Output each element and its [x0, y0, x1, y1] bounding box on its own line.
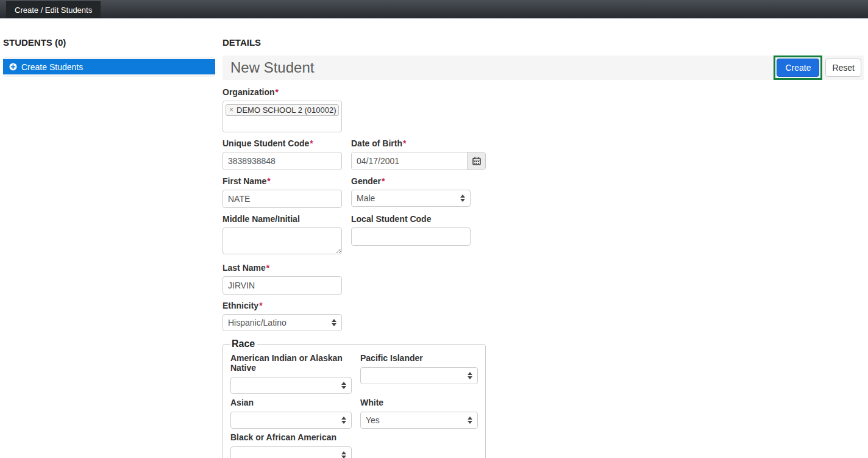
- top-navigation-bar: Create / Edit Students: [0, 0, 868, 19]
- race-asian-select[interactable]: [230, 412, 352, 429]
- required-asterisk: *: [276, 87, 279, 97]
- organization-tag-label: DEMO SCHOOL 2 (010002): [237, 106, 336, 115]
- select-arrows-icon: [460, 195, 465, 202]
- students-list-panel: Create Students: [3, 57, 215, 77]
- select-arrows-icon: [341, 382, 346, 389]
- race-fieldset: Race American Indian or Alaskan Native P…: [222, 338, 486, 458]
- new-student-form: Organization* × DEMO SCHOOL 2 (010002) U…: [222, 87, 864, 458]
- date-of-birth-group: [351, 152, 486, 170]
- details-section: DETAILS New Student Create Reset Organiz…: [222, 37, 864, 458]
- select-arrows-icon: [468, 417, 472, 424]
- ethnicity-select[interactable]: Hispanic/Latino: [222, 314, 342, 331]
- required-asterisk: *: [310, 138, 313, 148]
- race-pacific-islander-label: Pacific Islander: [360, 353, 478, 363]
- race-american-indian-select[interactable]: [230, 377, 352, 394]
- calendar-button[interactable]: [467, 152, 485, 170]
- organization-multiselect[interactable]: × DEMO SCHOOL 2 (010002): [222, 101, 342, 132]
- gender-label: Gender*: [351, 176, 486, 186]
- date-of-birth-input[interactable]: [352, 152, 467, 170]
- required-asterisk: *: [403, 138, 406, 148]
- required-asterisk: *: [266, 263, 269, 273]
- unique-student-code-label: Unique Student Code*: [222, 138, 342, 148]
- select-arrows-icon: [341, 451, 346, 458]
- race-black-label: Black or African American: [230, 432, 352, 442]
- local-student-code-label: Local Student Code: [351, 214, 486, 224]
- required-asterisk: *: [259, 301, 262, 310]
- plus-circle-icon: [9, 63, 17, 71]
- details-heading: DETAILS: [222, 37, 864, 48]
- last-name-label: Last Name*: [222, 263, 342, 273]
- reset-button[interactable]: Reset: [825, 59, 861, 77]
- middle-name-textarea[interactable]: [222, 227, 342, 254]
- sidebar-item-label: Create Students: [21, 62, 83, 72]
- create-button[interactable]: Create: [777, 59, 819, 77]
- new-student-panel-header: New Student Create Reset: [222, 55, 864, 80]
- first-name-label: First Name*: [222, 176, 342, 186]
- students-sidebar: STUDENTS (0) Create Students: [3, 37, 215, 77]
- students-heading: STUDENTS (0): [3, 37, 215, 48]
- race-white-label: White: [360, 398, 478, 407]
- middle-name-label: Middle Name/Initial: [222, 214, 342, 224]
- remove-tag-icon[interactable]: ×: [229, 106, 233, 114]
- required-asterisk: *: [267, 176, 270, 186]
- panel-title: New Student: [230, 59, 314, 76]
- select-arrows-icon: [341, 417, 346, 424]
- organization-tag: × DEMO SCHOOL 2 (010002): [226, 104, 339, 116]
- ethnicity-label: Ethnicity*: [222, 301, 342, 310]
- unique-student-code-input[interactable]: [222, 152, 342, 170]
- organization-label: Organization*: [222, 87, 864, 97]
- date-of-birth-label: Date of Birth*: [351, 138, 486, 148]
- race-legend: Race: [230, 338, 257, 349]
- race-black-select[interactable]: [230, 446, 352, 458]
- race-pacific-islander-select[interactable]: [360, 367, 478, 384]
- local-student-code-input[interactable]: [351, 227, 471, 246]
- calendar-icon: [472, 157, 481, 165]
- race-white-select[interactable]: Yes: [360, 412, 478, 429]
- first-name-input[interactable]: [222, 190, 342, 208]
- select-arrows-icon: [332, 319, 336, 326]
- select-arrows-icon: [468, 372, 472, 379]
- gender-select[interactable]: Male: [351, 190, 471, 207]
- tab-label: Create / Edit Students: [15, 5, 92, 15]
- race-asian-label: Asian: [230, 398, 352, 407]
- required-asterisk: *: [382, 176, 385, 186]
- create-button-highlight: Create: [774, 55, 822, 80]
- sidebar-item-create-students[interactable]: Create Students: [3, 59, 215, 74]
- tab-create-edit-students[interactable]: Create / Edit Students: [6, 1, 101, 18]
- race-american-indian-label: American Indian or Alaskan Native: [230, 353, 352, 373]
- last-name-input[interactable]: [222, 276, 342, 295]
